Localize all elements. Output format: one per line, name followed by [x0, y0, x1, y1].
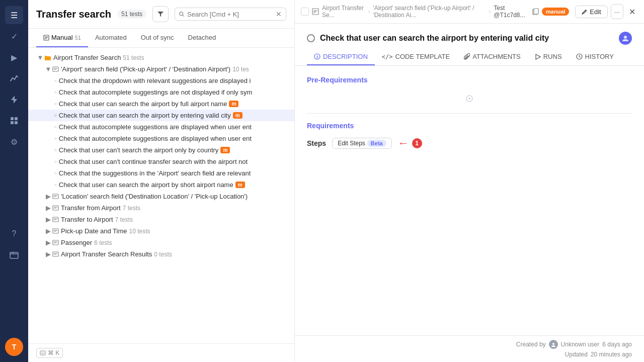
updated-time: 20 minutes ago — [591, 351, 632, 358]
list-item[interactable]: ○ Check that user can search the airport… — [28, 98, 294, 110]
breadcrumb-middle[interactable]: 'Airport' search field ('Pick-up Airport… — [373, 5, 486, 19]
tree-folder-airport[interactable]: ▼ 'Airport' search field ('Pick-up Airpo… — [28, 63, 294, 75]
svg-rect-3 — [15, 121, 18, 124]
play-icon[interactable]: ▶ — [5, 48, 23, 66]
created-time: 6 days ago — [602, 341, 632, 348]
chevron-right-icon: ▶ — [44, 204, 52, 212]
manual-badge: m — [220, 147, 230, 153]
keyboard-shortcut: ⌘ K — [36, 348, 63, 358]
tab-code-template[interactable]: </> CODE TEMPLATE — [375, 49, 457, 65]
list-item[interactable]: ○ Check that user can't search the airpo… — [28, 144, 294, 156]
tab-attachments[interactable]: ATTACHMENTS — [457, 49, 528, 65]
tab-manual[interactable]: Manual 51 — [36, 29, 88, 47]
list-item[interactable]: ○ Check that user can't continue transfe… — [28, 156, 294, 167]
tab-runs[interactable]: RUNS — [528, 49, 569, 65]
svg-rect-17 — [534, 9, 538, 14]
edit-steps-button[interactable]: Edit Steps Beta — [332, 138, 392, 149]
circle-bullet: ○ — [54, 78, 57, 83]
left-header: Transfer search 51 tests ✕ — [28, 0, 294, 29]
doc-icon — [52, 66, 59, 72]
edit-icon — [582, 9, 588, 15]
list-item[interactable]: ○ Check that autocomplete suggestings ar… — [28, 86, 294, 98]
chevron-right-icon: ▶ — [44, 227, 52, 235]
svg-rect-2 — [11, 121, 14, 124]
red-arrow-icon: ← — [398, 138, 409, 149]
list-item[interactable]: ○ Check that user can search the airport… — [28, 179, 294, 191]
tree-folder-location[interactable]: ▶ 'Location' search field ('Destination … — [28, 191, 294, 202]
list-item[interactable]: ○ Check that autocomplete suggestions ar… — [28, 121, 294, 133]
content-tabs: DESCRIPTION </> CODE TEMPLATE ATTACHMENT… — [295, 49, 644, 66]
filter-button[interactable] — [152, 6, 169, 22]
list-item[interactable]: ○ Check that the suggestions in the 'Air… — [28, 167, 294, 179]
svg-point-25 — [552, 343, 554, 345]
help-icon[interactable]: ? — [5, 225, 23, 243]
tree-folder-transfer-from[interactable]: ▶ Transfer from Airport 7 tests — [28, 202, 294, 214]
menu-icon[interactable]: ☰ — [5, 6, 23, 24]
doc-icon — [52, 217, 59, 222]
grid-icon[interactable] — [5, 112, 23, 130]
circle-bullet: ○ — [54, 183, 57, 187]
edit-button[interactable]: Edit — [575, 6, 607, 18]
list-item[interactable]: ○ Check that autocomplete suggestions ar… — [28, 133, 294, 144]
breadcrumb-root[interactable]: Airport Transfer Se... — [322, 5, 365, 19]
chevron-right-icon: ▶ — [44, 250, 52, 258]
created-by-row: Created by Unknown user 6 days ago — [516, 340, 632, 349]
history-clock-icon — [576, 53, 583, 60]
manual-type-badge: manual — [542, 8, 570, 16]
settings-icon[interactable]: ⚙ — [5, 133, 23, 151]
svg-rect-1 — [15, 117, 18, 120]
tab-history[interactable]: HISTORY — [569, 49, 621, 65]
list-item[interactable]: ○ Check that the dropdown with relevant … — [28, 75, 294, 86]
divider — [307, 113, 632, 114]
doc-icon — [52, 251, 59, 257]
breadcrumb-checkbox[interactable] — [301, 8, 309, 16]
tree-folder-results[interactable]: ▶ Airport Transfer Search Results 0 test… — [28, 248, 294, 260]
created-by-label: Created by — [516, 341, 546, 348]
footer-info: Created by Unknown user 6 days ago Updat… — [295, 335, 644, 362]
chart-icon[interactable] — [5, 69, 23, 87]
check-icon[interactable]: ✓ — [5, 27, 23, 45]
pre-requirements-title: Pre-Requirements — [307, 76, 632, 84]
circle-bullet: ○ — [54, 171, 57, 175]
more-options-button[interactable]: ··· — [611, 4, 623, 19]
annotation-badge: 1 — [412, 138, 422, 148]
updated-row: Updated 20 minutes ago — [565, 351, 632, 358]
manual-tab-icon — [43, 35, 49, 41]
folder-nav-icon[interactable] — [5, 246, 23, 264]
tree-root-folder[interactable]: ▼ Airport Transfer Search 51 tests — [28, 52, 294, 63]
breadcrumb-current[interactable]: Test @T1c7d8... — [494, 5, 528, 19]
chevron-down-icon: ▼ — [44, 65, 52, 73]
attachment-icon — [464, 53, 470, 60]
search-input[interactable] — [187, 11, 273, 18]
chevron-right-icon: ▶ — [44, 216, 52, 223]
beta-badge: Beta — [367, 140, 386, 147]
tab-detached[interactable]: Detached — [181, 29, 223, 47]
app-logo: T — [5, 338, 23, 356]
circle-bullet: ○ — [54, 102, 57, 106]
tree-folder-pickup[interactable]: ▶ Pick-up Date and Time 10 tests — [28, 225, 294, 237]
svg-point-20 — [317, 55, 317, 55]
copy-icon[interactable] — [532, 8, 539, 15]
tab-automated[interactable]: Automated — [88, 29, 134, 47]
search-clear-button[interactable]: ✕ — [276, 10, 282, 18]
tree-folder-passenger[interactable]: ▶ Passenger 6 tests — [28, 237, 294, 248]
doc-icon — [52, 205, 59, 211]
circle-bullet: ○ — [54, 113, 57, 118]
list-item-selected[interactable]: ○ Check that user can search the airport… — [28, 110, 294, 121]
chevron-right-icon: ▶ — [44, 193, 52, 200]
tab-description[interactable]: DESCRIPTION — [307, 49, 375, 65]
doc-icon — [52, 194, 59, 199]
lightning-icon[interactable] — [5, 90, 23, 109]
tab-out-of-sync[interactable]: Out of sync — [134, 29, 181, 47]
test-title-row: Check that user can search the airport b… — [295, 24, 644, 49]
manual-badge: m — [235, 182, 245, 188]
svg-rect-14 — [40, 351, 45, 355]
runs-play-icon — [535, 54, 541, 60]
sidebar: ☰ ✓ ▶ ⚙ ? T — [0, 0, 28, 362]
test-status-radio — [307, 34, 315, 42]
updated-label: Updated — [565, 351, 588, 358]
circle-bullet: ○ — [54, 148, 57, 152]
tree-folder-transfer-to[interactable]: ▶ Transfer to Airport 7 tests — [28, 214, 294, 225]
close-button[interactable]: ✕ — [626, 4, 638, 19]
bottom-bar: ⌘ K — [28, 343, 294, 362]
